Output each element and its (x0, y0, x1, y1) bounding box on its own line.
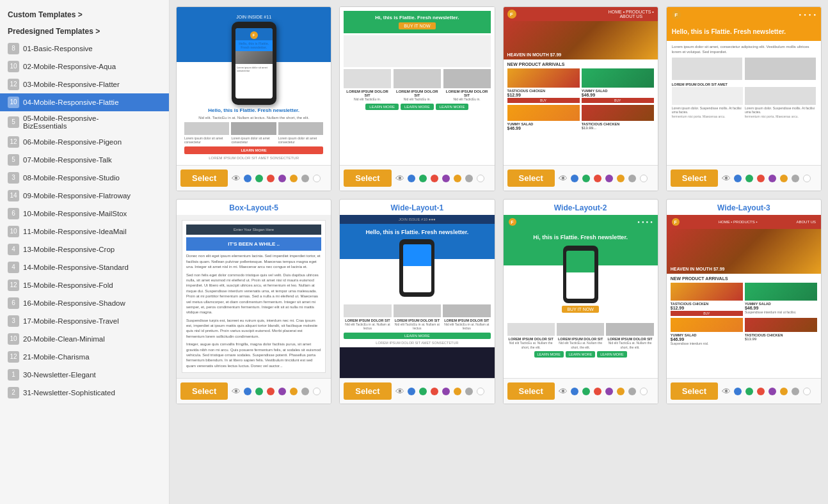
color-dot-6f[interactable] (465, 388, 473, 395)
color-dot-5c[interactable] (267, 388, 275, 395)
color-dot-3c[interactable] (594, 175, 601, 182)
color-dot-5g[interactable] (313, 388, 321, 395)
color-dot-6b[interactable] (419, 388, 427, 395)
select-button-5[interactable]: Select (180, 382, 228, 400)
badge-14: 12 (8, 280, 19, 291)
predesigned-templates-header[interactable]: Predesigned Templates > (0, 23, 169, 40)
eye-icon-6[interactable]: 👁 (395, 386, 404, 397)
color-dot-5f[interactable] (301, 388, 309, 395)
eye-icon-7[interactable]: 👁 (559, 386, 568, 397)
sidebar-item-4[interactable]: 10 04-Mobile-Responsive-Flattie (0, 93, 169, 111)
eye-icon-3[interactable]: 👁 (559, 173, 568, 184)
color-dot-8a[interactable] (734, 388, 742, 395)
color-dot-2a[interactable] (408, 175, 415, 182)
color-dot-4f[interactable] (792, 175, 799, 182)
preview-4: F ●●●● Hello, this is Flattie. Fresh new… (667, 7, 821, 165)
sidebar-item-2[interactable]: 10 02-Mobile-Responsive-Aqua (0, 58, 169, 75)
color-dot-6d[interactable] (442, 388, 450, 395)
template-card-8: Wide-Layout-3 F HOME • PRODUCTS • ABOUT … (666, 199, 822, 404)
sidebar-item-10[interactable]: 6 10-Mobile-Responsive-MailStox (0, 205, 169, 223)
color-dot-7c[interactable] (594, 388, 601, 395)
sidebar-item-13[interactable]: 4 14-Mobile-Responsive-Standard (0, 258, 169, 276)
select-button-1[interactable]: Select (180, 169, 228, 187)
color-dot-4a[interactable] (734, 175, 742, 182)
color-dot-3f[interactable] (628, 175, 636, 182)
template-card-1: JOIN INSIDE #11 F Hello, this is Flattie… (176, 6, 331, 191)
color-dot-4d[interactable] (768, 175, 776, 182)
color-dot-6c[interactable] (431, 388, 438, 395)
color-dot-6g[interactable] (477, 388, 484, 395)
color-dot-7b[interactable] (582, 388, 590, 395)
color-dot-1f[interactable] (301, 175, 309, 182)
color-dot-8f[interactable] (792, 388, 799, 395)
color-dot-7e[interactable] (617, 388, 625, 395)
eye-icon-2[interactable]: 👁 (395, 173, 404, 184)
color-dot-4b[interactable] (745, 175, 753, 182)
color-dot-8c[interactable] (757, 388, 765, 395)
color-dot-5a[interactable] (244, 388, 251, 395)
color-dot-5e[interactable] (290, 388, 298, 395)
color-dot-7g[interactable] (640, 388, 648, 395)
sidebar-item-18[interactable]: 12 21-Mobile-Charisma (0, 348, 169, 366)
color-dot-8g[interactable] (803, 388, 811, 395)
color-dot-4e[interactable] (780, 175, 788, 182)
select-button-2[interactable]: Select (344, 169, 391, 187)
select-button-4[interactable]: Select (671, 169, 718, 187)
color-dot-3e[interactable] (617, 175, 625, 182)
color-dot-6a[interactable] (408, 388, 415, 395)
color-dot-3b[interactable] (582, 175, 590, 182)
sidebar-item-12[interactable]: 4 13-Mobile-Responsive-Crop (0, 240, 169, 258)
label-5: 05-Mobile-Responsive-BizEssentials (23, 114, 99, 130)
sidebar-item-5[interactable]: 5 05-Mobile-Responsive-BizEssentials (0, 111, 169, 133)
sidebar-item-14[interactable]: 12 15-Mobile-Responsive-Fold (0, 276, 169, 294)
select-button-3[interactable]: Select (507, 169, 555, 187)
color-dot-4g[interactable] (803, 175, 811, 182)
sidebar-item-7[interactable]: 5 07-Mobile-Responsive-Talk (0, 151, 169, 169)
sidebar-item-3[interactable]: 12 03-Mobile-Responsive-Flatter (0, 75, 169, 93)
color-dot-2d[interactable] (442, 175, 450, 182)
sidebar-item-17[interactable]: 10 20-Mobile-Clean-Minimal (0, 330, 169, 348)
sidebar-item-8[interactable]: 3 08-Mobile-Responsive-Studio (0, 169, 169, 187)
color-dot-5b[interactable] (255, 388, 263, 395)
color-dot-1e[interactable] (290, 175, 298, 182)
sidebar-item-16[interactable]: 3 17-Mobile-Responsive-Travel (0, 312, 169, 330)
color-dot-8b[interactable] (745, 388, 753, 395)
color-dot-4c[interactable] (757, 175, 765, 182)
color-dot-1b[interactable] (255, 175, 263, 182)
select-button-7[interactable]: Select (507, 382, 555, 400)
card-title-6: Wide-Layout-1 (340, 200, 494, 215)
color-dot-2f[interactable] (465, 175, 473, 182)
sidebar-item-15[interactable]: 6 16-Mobile-Responsive-Shadow (0, 294, 169, 312)
select-button-6[interactable]: Select (344, 382, 391, 400)
color-dot-2g[interactable] (477, 175, 484, 182)
sidebar-item-1[interactable]: 8 01-Basic-Responsive (0, 40, 169, 58)
select-button-8[interactable]: Select (671, 382, 718, 400)
color-dot-3d[interactable] (605, 175, 613, 182)
sidebar-item-6[interactable]: 12 06-Mobile-Responsive-Pigeon (0, 133, 169, 151)
color-dot-2e[interactable] (454, 175, 461, 182)
color-dot-3g[interactable] (640, 175, 648, 182)
eye-icon-4[interactable]: 👁 (722, 173, 731, 184)
sidebar-item-11[interactable]: 10 11-Mobile-Responsive-IdeaMail (0, 223, 169, 240)
color-dot-6e[interactable] (454, 388, 461, 395)
color-dot-7a[interactable] (571, 388, 578, 395)
eye-icon-5[interactable]: 👁 (232, 386, 241, 397)
color-dot-1c[interactable] (267, 175, 275, 182)
color-dot-1a[interactable] (244, 175, 251, 182)
color-dot-2b[interactable] (419, 175, 427, 182)
color-dot-2c[interactable] (431, 175, 438, 182)
sidebar-item-19[interactable]: 1 30-Newsletter-Elegant (0, 366, 169, 384)
color-dot-7f[interactable] (628, 388, 636, 395)
color-dot-1d[interactable] (278, 175, 286, 182)
color-dot-5d[interactable] (278, 388, 286, 395)
color-dot-8d[interactable] (768, 388, 776, 395)
eye-icon-1[interactable]: 👁 (232, 173, 241, 184)
eye-icon-8[interactable]: 👁 (722, 386, 731, 397)
color-dot-7d[interactable] (605, 388, 613, 395)
sidebar-item-20[interactable]: 2 31-Newsletter-Sophisticated (0, 384, 169, 402)
custom-templates-header[interactable]: Custom Templates > (0, 6, 169, 23)
sidebar-item-9[interactable]: 14 09-Mobile-Responsive-Flatroway (0, 187, 169, 205)
color-dot-3a[interactable] (571, 175, 578, 182)
color-dot-1g[interactable] (313, 175, 321, 182)
color-dot-8e[interactable] (780, 388, 788, 395)
